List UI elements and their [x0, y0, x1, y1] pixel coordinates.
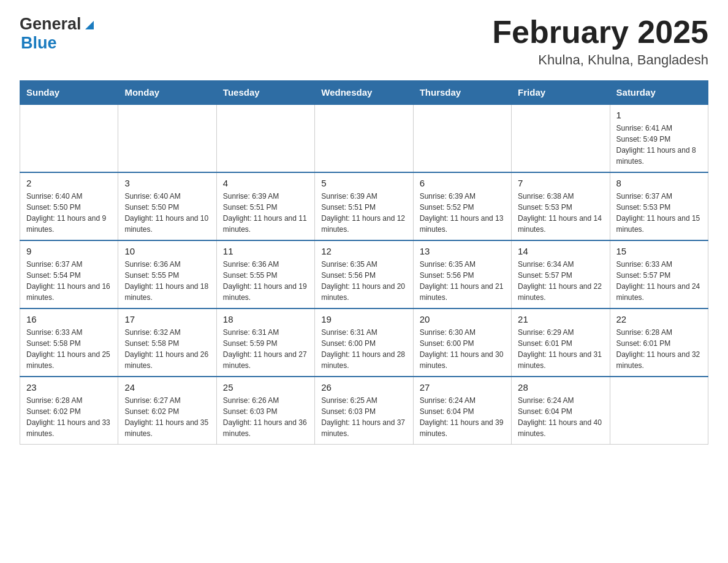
table-row: 23Sunrise: 6:28 AMSunset: 6:02 PMDayligh… [20, 377, 118, 445]
day-number: 25 [223, 382, 308, 393]
day-info: Sunrise: 6:41 AMSunset: 5:49 PMDaylight:… [616, 123, 702, 167]
table-row: 14Sunrise: 6:34 AMSunset: 5:57 PMDayligh… [512, 240, 610, 308]
day-number: 2 [26, 178, 112, 188]
day-number: 13 [420, 246, 505, 256]
day-info: Sunrise: 6:31 AMSunset: 5:59 PMDaylight:… [223, 327, 308, 371]
table-row: 24Sunrise: 6:27 AMSunset: 6:02 PMDayligh… [118, 377, 216, 445]
header-thursday: Thursday [413, 81, 511, 105]
day-info: Sunrise: 6:37 AMSunset: 5:54 PMDaylight:… [26, 259, 112, 303]
header-wednesday: Wednesday [315, 81, 413, 105]
day-number: 14 [518, 246, 603, 256]
table-row: 16Sunrise: 6:33 AMSunset: 5:58 PMDayligh… [20, 308, 118, 377]
table-row: 15Sunrise: 6:33 AMSunset: 5:57 PMDayligh… [610, 240, 708, 308]
table-row: 12Sunrise: 6:35 AMSunset: 5:56 PMDayligh… [315, 240, 413, 308]
day-number: 3 [124, 178, 210, 188]
day-info: Sunrise: 6:37 AMSunset: 5:53 PMDaylight:… [616, 191, 702, 235]
table-row: 28Sunrise: 6:24 AMSunset: 6:04 PMDayligh… [512, 377, 610, 445]
day-info: Sunrise: 6:30 AMSunset: 6:00 PMDaylight:… [420, 327, 505, 371]
day-info: Sunrise: 6:36 AMSunset: 5:55 PMDaylight:… [124, 259, 210, 303]
table-row: 8Sunrise: 6:37 AMSunset: 5:53 PMDaylight… [610, 172, 708, 240]
day-info: Sunrise: 6:31 AMSunset: 6:00 PMDaylight:… [321, 327, 406, 371]
table-row: 11Sunrise: 6:36 AMSunset: 5:55 PMDayligh… [216, 240, 314, 308]
day-info: Sunrise: 6:38 AMSunset: 5:53 PMDaylight:… [518, 191, 603, 235]
day-number: 4 [223, 178, 308, 188]
table-row [216, 104, 314, 172]
table-row: 2Sunrise: 6:40 AMSunset: 5:50 PMDaylight… [20, 172, 118, 240]
header-monday: Monday [118, 81, 216, 105]
calendar-week-row: 16Sunrise: 6:33 AMSunset: 5:58 PMDayligh… [20, 308, 708, 377]
table-row: 6Sunrise: 6:39 AMSunset: 5:52 PMDaylight… [413, 172, 511, 240]
table-row: 26Sunrise: 6:25 AMSunset: 6:03 PMDayligh… [315, 377, 413, 445]
day-number: 6 [420, 178, 505, 188]
table-row: 20Sunrise: 6:30 AMSunset: 6:00 PMDayligh… [413, 308, 511, 377]
logo: General Blue [20, 15, 96, 53]
table-row: 21Sunrise: 6:29 AMSunset: 6:01 PMDayligh… [512, 308, 610, 377]
day-number: 10 [124, 246, 210, 256]
table-row [413, 104, 511, 172]
day-number: 27 [420, 382, 505, 393]
day-number: 8 [616, 178, 702, 188]
day-info: Sunrise: 6:28 AMSunset: 6:01 PMDaylight:… [616, 327, 702, 371]
table-row: 5Sunrise: 6:39 AMSunset: 5:51 PMDaylight… [315, 172, 413, 240]
day-number: 26 [321, 382, 406, 393]
table-row: 17Sunrise: 6:32 AMSunset: 5:58 PMDayligh… [118, 308, 216, 377]
table-row: 3Sunrise: 6:40 AMSunset: 5:50 PMDaylight… [118, 172, 216, 240]
calendar-table: Sunday Monday Tuesday Wednesday Thursday… [20, 80, 708, 445]
table-row: 25Sunrise: 6:26 AMSunset: 6:03 PMDayligh… [216, 377, 314, 445]
table-row: 4Sunrise: 6:39 AMSunset: 5:51 PMDaylight… [216, 172, 314, 240]
day-info: Sunrise: 6:40 AMSunset: 5:50 PMDaylight:… [124, 191, 210, 235]
table-row: 1Sunrise: 6:41 AMSunset: 5:49 PMDaylight… [610, 104, 708, 172]
calendar-subtitle: Khulna, Khulna, Bangladesh [492, 52, 708, 68]
day-number: 24 [124, 382, 210, 393]
day-info: Sunrise: 6:40 AMSunset: 5:50 PMDaylight:… [26, 191, 112, 235]
day-info: Sunrise: 6:32 AMSunset: 5:58 PMDaylight:… [124, 327, 210, 371]
day-number: 18 [223, 314, 308, 324]
day-info: Sunrise: 6:33 AMSunset: 5:58 PMDaylight:… [26, 327, 112, 371]
logo-general-text: General [20, 15, 82, 34]
weekday-header-row: Sunday Monday Tuesday Wednesday Thursday… [20, 81, 708, 105]
header-saturday: Saturday [610, 81, 708, 105]
table-row: 22Sunrise: 6:28 AMSunset: 6:01 PMDayligh… [610, 308, 708, 377]
day-number: 22 [616, 314, 702, 324]
day-number: 11 [223, 246, 308, 256]
day-number: 12 [321, 246, 406, 256]
day-number: 19 [321, 314, 406, 324]
page-header: General Blue February 2025 Khulna, Khuln… [20, 15, 708, 68]
day-info: Sunrise: 6:28 AMSunset: 6:02 PMDaylight:… [26, 395, 112, 439]
table-row [20, 104, 118, 172]
header-tuesday: Tuesday [216, 81, 314, 105]
day-info: Sunrise: 6:35 AMSunset: 5:56 PMDaylight:… [420, 259, 505, 303]
day-info: Sunrise: 6:33 AMSunset: 5:57 PMDaylight:… [616, 259, 702, 303]
day-info: Sunrise: 6:36 AMSunset: 5:55 PMDaylight:… [223, 259, 308, 303]
day-info: Sunrise: 6:25 AMSunset: 6:03 PMDaylight:… [321, 395, 406, 439]
day-number: 9 [26, 246, 112, 256]
header-friday: Friday [512, 81, 610, 105]
day-info: Sunrise: 6:39 AMSunset: 5:51 PMDaylight:… [223, 191, 308, 235]
logo-blue-text: Blue [21, 34, 57, 52]
day-number: 20 [420, 314, 505, 324]
day-number: 23 [26, 382, 112, 393]
day-number: 1 [616, 110, 702, 120]
day-number: 5 [321, 178, 406, 188]
day-info: Sunrise: 6:29 AMSunset: 6:01 PMDaylight:… [518, 327, 603, 371]
calendar-title-block: February 2025 Khulna, Khulna, Bangladesh [492, 15, 708, 68]
calendar-week-row: 9Sunrise: 6:37 AMSunset: 5:54 PMDaylight… [20, 240, 708, 308]
day-info: Sunrise: 6:39 AMSunset: 5:51 PMDaylight:… [321, 191, 406, 235]
table-row [315, 104, 413, 172]
day-info: Sunrise: 6:34 AMSunset: 5:57 PMDaylight:… [518, 259, 603, 303]
table-row: 19Sunrise: 6:31 AMSunset: 6:00 PMDayligh… [315, 308, 413, 377]
day-info: Sunrise: 6:27 AMSunset: 6:02 PMDaylight:… [124, 395, 210, 439]
calendar-week-row: 23Sunrise: 6:28 AMSunset: 6:02 PMDayligh… [20, 377, 708, 445]
table-row [512, 104, 610, 172]
table-row [610, 377, 708, 445]
day-info: Sunrise: 6:35 AMSunset: 5:56 PMDaylight:… [321, 259, 406, 303]
day-number: 15 [616, 246, 702, 256]
header-sunday: Sunday [20, 81, 118, 105]
svg-marker-0 [85, 21, 94, 29]
day-number: 16 [26, 314, 112, 324]
day-info: Sunrise: 6:39 AMSunset: 5:52 PMDaylight:… [420, 191, 505, 235]
day-info: Sunrise: 6:24 AMSunset: 6:04 PMDaylight:… [420, 395, 505, 439]
day-number: 17 [124, 314, 210, 324]
day-number: 7 [518, 178, 603, 188]
calendar-week-row: 2Sunrise: 6:40 AMSunset: 5:50 PMDaylight… [20, 172, 708, 240]
